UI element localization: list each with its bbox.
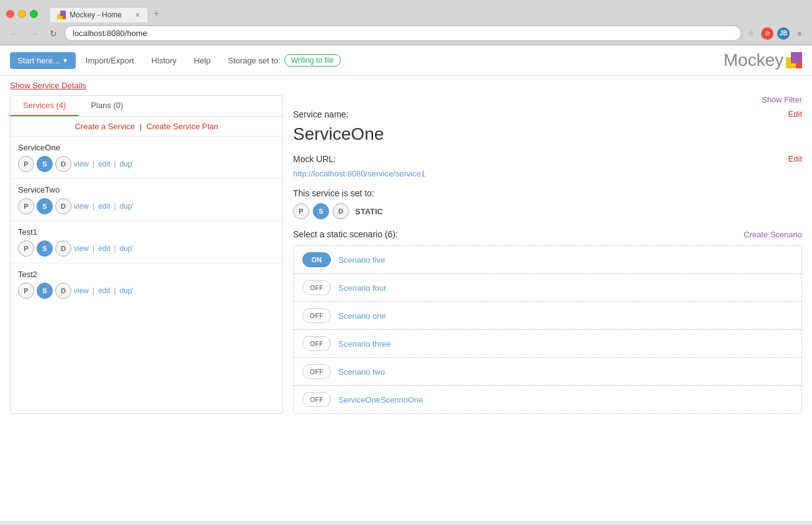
start-here-label: Start here... <box>17 56 60 65</box>
scenario-toggle[interactable]: OFF <box>302 280 331 295</box>
mock-url-value[interactable]: http://localhost:8080/service/service1 <box>293 169 425 178</box>
scenario-title: Select a static scenario (6): <box>293 229 398 239</box>
back-button[interactable]: ← <box>6 27 22 40</box>
mode-badge-d[interactable]: D <box>333 203 349 219</box>
scenario-name[interactable]: Scenario one <box>338 311 386 321</box>
tab-title: Mockey - Home <box>70 11 131 19</box>
dup-link[interactable]: dup' <box>120 244 133 253</box>
view-link[interactable]: view <box>74 244 89 253</box>
badge-p[interactable]: P <box>18 156 34 172</box>
scenario-toggle[interactable]: OFF <box>302 336 331 351</box>
badge-p[interactable]: P <box>18 240 34 257</box>
svg-rect-2 <box>63 16 66 19</box>
badge-d[interactable]: D <box>55 198 71 214</box>
bookmark-icon[interactable]: ☆ <box>745 27 757 40</box>
minimize-button[interactable] <box>18 10 26 18</box>
scenario-name[interactable]: Scenario three <box>338 339 391 349</box>
address-bar: ← → ↻ ☆ ⊘ JB ≡ <box>0 22 812 45</box>
service-name-edit-link[interactable]: Edit <box>788 109 802 119</box>
dropdown-arrow-icon: ▼ <box>62 57 68 64</box>
tab-plans[interactable]: Plans (0) <box>78 96 135 116</box>
scenario-header: Select a static scenario (6): Create Sce… <box>293 229 802 239</box>
scenario-row: ON Scenario five <box>294 246 801 274</box>
scenario-name[interactable]: ServiceOneScenrioOne <box>338 395 423 404</box>
badge-s[interactable]: S <box>37 283 53 299</box>
separator: | <box>114 244 116 253</box>
new-tab-button[interactable]: + <box>148 5 164 22</box>
scenario-toggle[interactable]: OFF <box>302 392 331 407</box>
menu-icon[interactable]: ≡ <box>793 27 806 40</box>
create-plan-link[interactable]: Create Service Plan <box>147 122 219 131</box>
service-item: ServiceTwo P S D view | edit | dup' <box>11 179 282 221</box>
dup-link[interactable]: dup' <box>120 160 133 168</box>
badge-p[interactable]: P <box>18 198 34 214</box>
stop-icon[interactable]: ⊘ <box>761 27 774 40</box>
svg-rect-1 <box>60 11 66 16</box>
mock-url-edit-link[interactable]: Edit <box>788 154 802 163</box>
service-controls: P S D view | edit | dup' <box>18 283 275 299</box>
service-controls: P S D view | edit | dup' <box>18 198 275 214</box>
address-input[interactable] <box>65 25 741 41</box>
scenario-name[interactable]: Scenario four <box>338 283 386 293</box>
app-brand: Mockey <box>724 50 802 70</box>
view-link[interactable]: view <box>74 286 89 295</box>
edit-link[interactable]: edit <box>98 202 110 211</box>
service-name: Test1 <box>18 227 275 237</box>
start-here-button[interactable]: Start here... ▼ <box>10 52 76 69</box>
service-detail: Service name: Edit ServiceOne Mock URL: … <box>293 109 802 414</box>
mode-badges: P S D STATIC <box>293 203 802 219</box>
service-list: ServiceOne P S D view | edit | dup' Serv… <box>11 137 282 305</box>
tab-services[interactable]: Services (4) <box>11 96 78 116</box>
scenario-name[interactable]: Scenario five <box>338 255 385 265</box>
scenario-toggle[interactable]: OFF <box>302 364 331 379</box>
help-button[interactable]: Help <box>186 52 218 69</box>
brand-name: Mockey <box>724 50 783 70</box>
scenario-row: OFF Scenario two <box>294 358 801 386</box>
browser-tab[interactable]: Mockey - Home ✕ <box>49 7 148 22</box>
badge-s[interactable]: S <box>37 240 53 257</box>
traffic-lights[interactable] <box>6 10 38 18</box>
badge-d[interactable]: D <box>55 240 71 257</box>
create-service-link[interactable]: Create a Service <box>74 122 135 131</box>
edit-link[interactable]: edit <box>98 286 110 295</box>
service-item: ServiceOne P S D view | edit | dup' <box>11 137 282 179</box>
scenario-row: OFF Scenario four <box>294 274 801 302</box>
scenario-list: ON Scenario five OFF Scenario four OFF S… <box>293 245 802 414</box>
maximize-button[interactable] <box>30 10 38 18</box>
storage-status-badge: Writing to file <box>284 54 341 66</box>
dup-link[interactable]: dup' <box>120 202 133 211</box>
create-scenario-link[interactable]: Create Scenario <box>744 230 802 239</box>
view-link[interactable]: view <box>74 160 89 168</box>
view-link[interactable]: view <box>74 202 89 211</box>
service-item: Test2 P S D view | edit | dup' <box>11 263 282 305</box>
service-controls: P S D view | edit | dup' <box>18 240 275 257</box>
edit-link[interactable]: edit <box>98 160 110 168</box>
mode-badge-p[interactable]: P <box>293 203 309 219</box>
service-name-value: ServiceOne <box>293 124 802 144</box>
badge-s[interactable]: S <box>37 198 53 214</box>
service-controls: P S D view | edit | dup' <box>18 156 275 172</box>
show-filter-link[interactable]: Show Filter <box>762 95 802 104</box>
forward-button[interactable]: → <box>26 27 42 40</box>
badge-s[interactable]: S <box>37 156 53 172</box>
mode-badge-s[interactable]: S <box>313 203 329 219</box>
badge-d[interactable]: D <box>55 156 71 172</box>
edit-link[interactable]: edit <box>98 244 110 253</box>
tab-close-icon[interactable]: ✕ <box>135 11 140 19</box>
set-to-label: This service is set to: <box>293 188 802 198</box>
close-button[interactable] <box>6 10 14 18</box>
reload-button[interactable]: ↻ <box>46 27 61 40</box>
user-icon[interactable]: JB <box>777 27 790 40</box>
separator: | <box>92 160 94 168</box>
separator: | <box>140 122 144 131</box>
dup-link[interactable]: dup' <box>120 286 133 295</box>
scenario-toggle[interactable]: ON <box>302 252 331 267</box>
show-details-link[interactable]: Show Service Details <box>10 81 86 90</box>
badge-d[interactable]: D <box>55 283 71 299</box>
badge-p[interactable]: P <box>18 283 34 299</box>
import-export-button[interactable]: Import/Export <box>78 52 142 69</box>
scenario-toggle[interactable]: OFF <box>302 308 331 323</box>
scenario-name[interactable]: Scenario two <box>338 367 385 377</box>
history-button[interactable]: History <box>144 52 184 69</box>
sub-nav: Show Service Details <box>0 76 812 95</box>
